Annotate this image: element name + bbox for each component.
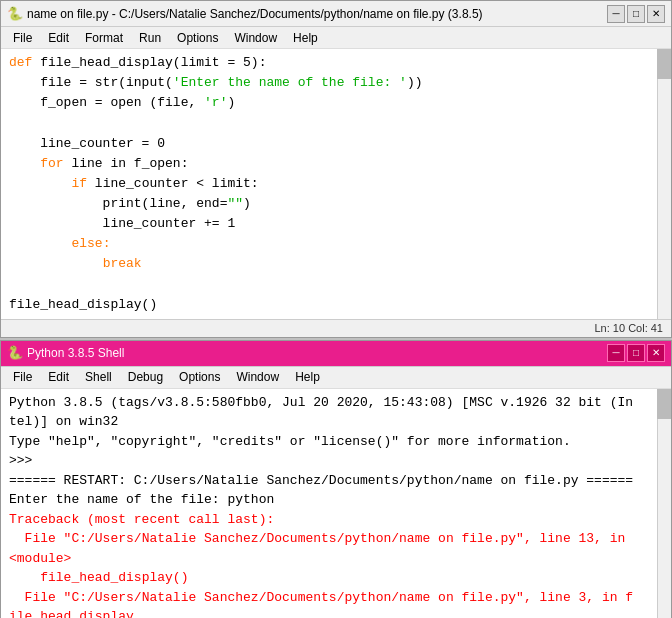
shell-window-controls: ─ □ ✕ [607, 344, 665, 362]
shell-title-bar: 🐍 Python 3.8.5 Shell ─ □ ✕ [1, 341, 671, 367]
editor-window: 🐍 name on file.py - C:/Users/Natalie San… [0, 0, 672, 338]
code-editor[interactable]: def file_head_display(limit = 5): file =… [1, 49, 671, 319]
code-line: if line_counter < limit: [9, 174, 663, 194]
code-line: f_open = open (file, 'r') [9, 93, 663, 113]
shell-line: >>> [9, 451, 663, 471]
minimize-button[interactable]: ─ [607, 5, 625, 23]
shell-line: Traceback (most recent call last): [9, 510, 663, 530]
shell-python-icon: 🐍 [7, 345, 23, 361]
shell-title-bar-left: 🐍 Python 3.8.5 Shell [7, 345, 124, 361]
editor-content[interactable]: def file_head_display(limit = 5): file =… [1, 49, 671, 319]
shell-title: Python 3.8.5 Shell [27, 346, 124, 360]
code-line: file = str(input('Enter the name of the … [9, 73, 663, 93]
editor-title-bar: 🐍 name on file.py - C:/Users/Natalie San… [1, 1, 671, 27]
shell-menu-window[interactable]: Window [228, 367, 287, 388]
shell-menu-debug[interactable]: Debug [120, 367, 171, 388]
code-line: file_head_display() [9, 295, 663, 315]
editor-window-controls: ─ □ ✕ [607, 5, 665, 23]
shell-line: ====== RESTART: C:/Users/Natalie Sanchez… [9, 471, 663, 491]
menu-edit[interactable]: Edit [40, 27, 77, 48]
shell-line: ile_head_display [9, 607, 663, 618]
menu-run[interactable]: Run [131, 27, 169, 48]
shell-content[interactable]: Python 3.8.5 (tags/v3.8.5:580fbb0, Jul 2… [1, 389, 671, 618]
menu-window[interactable]: Window [226, 27, 285, 48]
code-line: def file_head_display(limit = 5): [9, 53, 663, 73]
code-line [9, 275, 663, 295]
code-line: for line in f_open: [9, 154, 663, 174]
code-line: line_counter = 0 [9, 134, 663, 154]
shell-menu-edit[interactable]: Edit [40, 367, 77, 388]
scrollbar-track[interactable] [657, 49, 671, 319]
editor-status-text: Ln: 10 Col: 41 [595, 322, 664, 334]
shell-menu-help[interactable]: Help [287, 367, 328, 388]
shell-scrollbar-thumb[interactable] [657, 389, 671, 419]
shell-line: Enter the name of the file: python [9, 490, 663, 510]
code-line: line_counter += 1 [9, 214, 663, 234]
menu-options[interactable]: Options [169, 27, 226, 48]
shell-scrollbar-track[interactable] [657, 389, 671, 618]
scrollbar-thumb[interactable] [657, 49, 671, 79]
shell-minimize-button[interactable]: ─ [607, 344, 625, 362]
close-button[interactable]: ✕ [647, 5, 665, 23]
shell-output[interactable]: Python 3.8.5 (tags/v3.8.5:580fbb0, Jul 2… [1, 389, 671, 618]
editor-menu-bar: File Edit Format Run Options Window Help [1, 27, 671, 49]
python-icon: 🐍 [7, 6, 23, 22]
shell-close-button[interactable]: ✕ [647, 344, 665, 362]
shell-line: file_head_display() [9, 568, 663, 588]
editor-title: name on file.py - C:/Users/Natalie Sanch… [27, 7, 483, 21]
code-line: break [9, 254, 663, 274]
shell-menu-bar: File Edit Shell Debug Options Window Hel… [1, 367, 671, 389]
shell-menu-file[interactable]: File [5, 367, 40, 388]
maximize-button[interactable]: □ [627, 5, 645, 23]
shell-maximize-button[interactable]: □ [627, 344, 645, 362]
editor-status-bar: Ln: 10 Col: 41 [1, 319, 671, 337]
shell-line: Python 3.8.5 (tags/v3.8.5:580fbb0, Jul 2… [9, 393, 663, 413]
shell-line: File "C:/Users/Natalie Sanchez/Documents… [9, 529, 663, 549]
shell-window: 🐍 Python 3.8.5 Shell ─ □ ✕ File Edit She… [0, 340, 672, 618]
menu-help[interactable]: Help [285, 27, 326, 48]
code-line [9, 113, 663, 133]
code-line: else: [9, 234, 663, 254]
code-line: print(line, end="") [9, 194, 663, 214]
shell-line: Type "help", "copyright", "credits" or "… [9, 432, 663, 452]
menu-format[interactable]: Format [77, 27, 131, 48]
menu-file[interactable]: File [5, 27, 40, 48]
shell-menu-options[interactable]: Options [171, 367, 228, 388]
shell-line: tel)] on win32 [9, 412, 663, 432]
shell-menu-shell[interactable]: Shell [77, 367, 120, 388]
shell-line: <module> [9, 549, 663, 569]
shell-line: File "C:/Users/Natalie Sanchez/Documents… [9, 588, 663, 608]
title-bar-left: 🐍 name on file.py - C:/Users/Natalie San… [7, 6, 483, 22]
